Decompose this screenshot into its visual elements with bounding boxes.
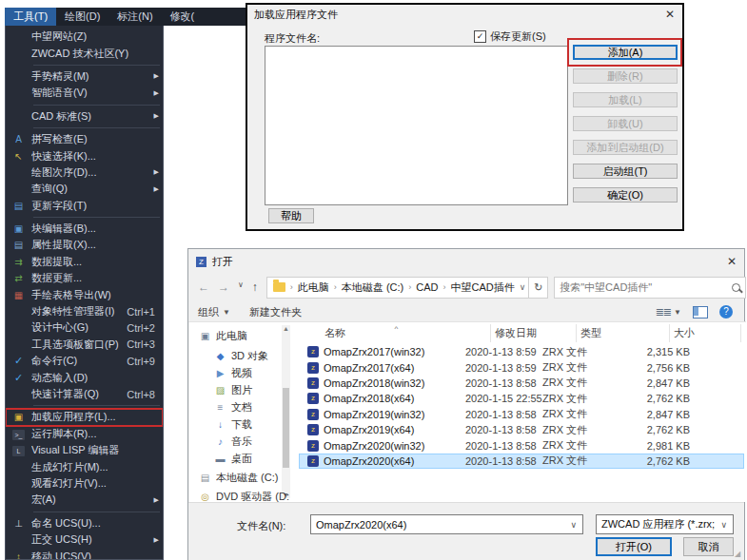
file-size: 2,762 KB xyxy=(627,455,696,467)
menu-item-1[interactable]: ZWCAD 技术社区(Y) xyxy=(6,45,163,61)
menu-item-19[interactable]: 对象特性管理器(I)Ctrl+1 xyxy=(6,303,163,319)
menubar-item-2[interactable]: 标注(N) xyxy=(108,8,161,26)
filename-combobox[interactable]: ∨ xyxy=(310,514,583,534)
file-row-1[interactable]: zOmapZrx2017(x64)2020-1-13 8:59ZRX 文件2,7… xyxy=(299,359,744,375)
column-header-type[interactable]: 类型 xyxy=(577,324,670,342)
file-row-4[interactable]: zOmapZrx2019(win32)2020-1-13 8:58ZRX 文件2… xyxy=(299,407,744,422)
scrollbar-thumb[interactable] xyxy=(283,388,289,468)
filetype-combobox[interactable]: ZWCAD 应用程序 (*.zrx;*.lsp;* ∨ xyxy=(596,514,734,534)
named-ucs-icon: ⊥ xyxy=(6,515,31,531)
resize-grip[interactable]: ◢ xyxy=(735,550,742,558)
sidebar-item-2[interactable]: ▶视频 xyxy=(214,366,252,380)
zrx-file-icon: z xyxy=(307,424,319,435)
open-dialog-titlebar[interactable]: Z 打开 ✕ xyxy=(188,249,744,274)
menu-item-label: 移动 UCS(V) xyxy=(31,550,163,560)
preview-pane-icon[interactable] xyxy=(693,306,708,319)
breadcrumb-segment-0[interactable]: 此电脑 xyxy=(295,280,332,295)
filename-input[interactable] xyxy=(311,519,564,531)
menu-item-24[interactable]: 快速计算器(Q)Ctrl+8 xyxy=(6,386,163,402)
file-row-2[interactable]: zOmapZrx2018(win32)2020-1-13 8:58ZRX 文件2… xyxy=(299,376,744,391)
chevron-down-icon: ▼ xyxy=(674,308,681,317)
chevron-down-icon[interactable]: ∨ xyxy=(564,520,582,530)
menu-item-27[interactable]: >_运行脚本(R)... xyxy=(6,426,163,442)
menu-item-30[interactable]: 观看幻灯片(V)... xyxy=(6,475,163,492)
menu-item-14[interactable]: ▣块编辑器(B)... xyxy=(6,221,163,237)
breadcrumb-segment-2[interactable]: CAD xyxy=(413,281,441,293)
file-row-6[interactable]: zOmapZrx2020(win32)2020-1-13 8:58ZRX 文件2… xyxy=(299,437,744,453)
save-update-checkbox[interactable]: ✓ 保存更新(S) xyxy=(474,29,546,44)
menu-item-20[interactable]: 设计中心(G)Ctrl+2 xyxy=(6,319,163,336)
column-header-size[interactable]: 大小 xyxy=(670,324,741,342)
dialog-button-0[interactable]: 添加(A) xyxy=(573,45,678,60)
menu-item-21[interactable]: 工具选项板窗口(P)Ctrl+3 xyxy=(6,337,163,353)
new-folder-button[interactable]: 新建文件夹 xyxy=(240,305,311,319)
menu-item-9[interactable]: ↖快速选择(K)... xyxy=(6,147,163,164)
menu-item-0[interactable]: 中望网站(Z) xyxy=(6,29,163,45)
menu-item-33[interactable]: ⊥命名 UCS(U)... xyxy=(6,515,163,531)
sidebar-item-3[interactable]: ▨图片 xyxy=(214,383,252,397)
forward-icon[interactable]: → xyxy=(218,280,229,294)
search-input[interactable]: 搜索"中望CAD插件" xyxy=(554,277,746,299)
menubar-item-3[interactable]: 修改( xyxy=(162,8,204,26)
menubar-item-1[interactable]: 绘图(D) xyxy=(56,8,108,26)
cancel-button[interactable]: 取消 xyxy=(683,537,734,556)
help-icon[interactable]: ? xyxy=(719,305,733,319)
help-button[interactable]: 帮助 xyxy=(268,208,314,223)
view-mode-button[interactable]: ≣≣ ▼ xyxy=(656,306,681,319)
menu-item-22[interactable]: ✓命令行(C)Ctrl+9 xyxy=(6,353,163,369)
dialog-button-6[interactable]: 确定(O) xyxy=(573,187,678,203)
breadcrumb-segment-3[interactable]: 中望CAD插件 xyxy=(447,280,517,295)
file-row-3[interactable]: zOmapZrx2018(x64)2020-1-15 22:55ZRX 文件2,… xyxy=(299,391,744,406)
file-row-7[interactable]: zOmapZrx2020(x64)2020-1-13 8:58ZRX 文件2,7… xyxy=(299,454,744,469)
menu-item-11[interactable]: 查询(Q)▶ xyxy=(6,181,163,197)
menu-item-8[interactable]: A拼写检查(E) xyxy=(6,131,163,147)
close-icon[interactable]: ✕ xyxy=(719,255,744,268)
refresh-icon[interactable]: ↻ xyxy=(529,277,548,299)
sidebar-item-7[interactable]: ▬桌面 xyxy=(214,452,252,466)
back-icon[interactable]: ← xyxy=(198,280,209,294)
menu-item-10[interactable]: 绘图次序(D)...▶ xyxy=(6,164,163,181)
menu-item-6[interactable]: CAD 标准(S)▶ xyxy=(6,108,163,125)
breadcrumb-segment-1[interactable]: 本地磁盘 (C:) xyxy=(339,280,406,295)
menu-item-17[interactable]: ⇄数据更新... xyxy=(6,270,163,286)
organize-button[interactable]: 组织 ▼ xyxy=(188,305,240,319)
open-button[interactable]: 打开(O) xyxy=(596,537,672,556)
menu-item-34[interactable]: 正交 UCS(H)▶ xyxy=(6,531,163,548)
sidebar-item-0[interactable]: ▣此电脑 xyxy=(199,329,247,343)
breadcrumb[interactable]: ›此电脑›本地磁盘 (C:)›CAD›中望CAD插件∨ xyxy=(266,277,529,299)
menu-item-29[interactable]: 生成幻灯片(M)... xyxy=(6,458,163,474)
menu-item-12[interactable]: ▤更新字段(T) xyxy=(6,198,163,214)
breadcrumb-separator: › xyxy=(290,282,293,292)
menu-item-16[interactable]: ⇉数据提取... xyxy=(6,254,163,270)
history-caret-icon[interactable]: ∨ xyxy=(238,280,244,294)
menu-item-35[interactable]: ↕移动 UCS(V) xyxy=(6,548,163,560)
menu-separator xyxy=(6,402,163,409)
menu-item-18[interactable]: ▦手绘表格导出(W) xyxy=(6,286,163,302)
menu-item-28[interactable]: LVisual LISP 编辑器 xyxy=(6,442,163,458)
column-header-name[interactable]: 名称 ^ xyxy=(299,324,491,342)
up-icon[interactable]: ↑ xyxy=(252,280,258,294)
menu-item-26[interactable]: ▣加载应用程序(L)... xyxy=(6,409,163,425)
chevron-down-icon[interactable]: ∨ xyxy=(520,282,526,292)
file-row-0[interactable]: zOmapZrx2017(win32)2020-1-13 8:59ZRX 文件2… xyxy=(299,344,744,359)
file-row-5[interactable]: zOmapZrx2019(x64)2020-1-13 8:58ZRX 文件2,7… xyxy=(299,422,744,437)
menu-item-3[interactable]: 手势精灵(M)▶ xyxy=(6,68,163,85)
sidebar-item-1[interactable]: ◆3D 对象 xyxy=(214,349,268,363)
scroll-up-icon[interactable]: ▲ xyxy=(282,325,290,332)
menu-item-15[interactable]: ▤属性提取(X)... xyxy=(6,237,163,253)
file-date: 2020-1-13 8:58 xyxy=(465,455,542,467)
menubar-item-0[interactable]: 工具(T) xyxy=(5,8,56,26)
menu-item-4[interactable]: 智能语音(V)▶ xyxy=(6,85,163,101)
sidebar-scrollbar[interactable]: ▲ ▼ xyxy=(282,325,290,498)
column-header-date[interactable]: 修改日期 xyxy=(491,324,577,342)
dialog-button-5[interactable]: 启动组(T) xyxy=(573,164,678,179)
load-dialog-titlebar[interactable]: 加载应用程序文件 ✕ xyxy=(247,5,682,24)
menu-item-31[interactable]: 宏(A)▶ xyxy=(6,492,163,508)
menu-item-23[interactable]: ✓动态输入(D) xyxy=(6,369,163,385)
program-files-listbox[interactable] xyxy=(265,46,568,205)
sidebar-item-5[interactable]: ↓下载 xyxy=(214,417,252,432)
close-icon[interactable]: ✕ xyxy=(658,8,682,21)
sidebar-item-6[interactable]: ♪音乐 xyxy=(214,434,252,449)
sidebar-item-4[interactable]: ≡文档 xyxy=(214,400,252,415)
sidebar-item-8[interactable]: ▤本地磁盘 (C:) xyxy=(199,471,278,485)
